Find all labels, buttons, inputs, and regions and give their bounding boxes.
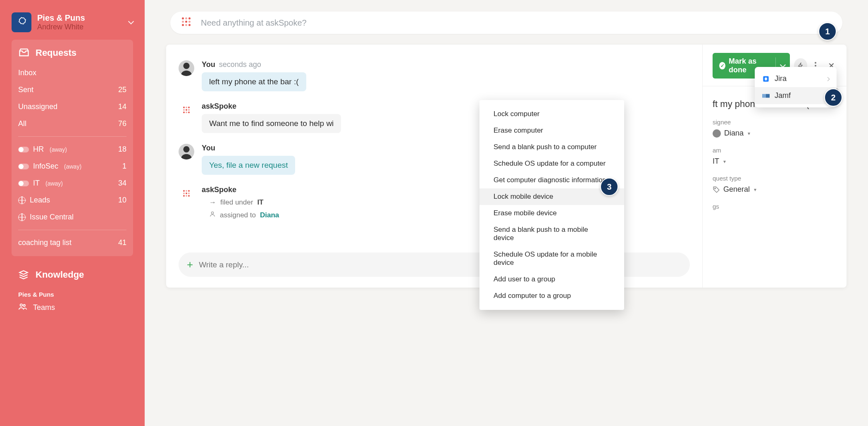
- svg-rect-8: [766, 94, 770, 98]
- type-name: General: [723, 185, 750, 194]
- sidebar-footer-org: Pies & Puns: [18, 291, 126, 298]
- sidebar-team-status: (away): [50, 146, 67, 153]
- tag-icon: [713, 186, 720, 193]
- sidebar-item-count: 25: [118, 86, 126, 94]
- sidebar-team-issue-central[interactable]: Issue Central: [18, 209, 126, 226]
- field-label-tags: gs: [713, 203, 837, 210]
- sidebar-item-count: 14: [118, 102, 126, 111]
- sidebar-item-tag-list[interactable]: coaching tag list 41: [18, 234, 126, 251]
- avatar: [179, 60, 194, 76]
- inbox-icon: [18, 47, 30, 59]
- svg-point-3: [183, 146, 189, 152]
- system-line-label: assigned to: [220, 211, 256, 219]
- action-menu-item[interactable]: Lock computer: [479, 106, 624, 122]
- sidebar-item-unassigned[interactable]: Unassigned 14: [18, 98, 126, 115]
- sidebar-item-count: 76: [118, 119, 126, 128]
- sidebar-item-count: 41: [118, 238, 126, 247]
- action-menu-item[interactable]: Add computer to a group: [479, 288, 624, 304]
- sidebar-team-status: (away): [64, 163, 81, 170]
- check-icon: ✓: [719, 62, 725, 69]
- jamf-icon: [762, 92, 770, 100]
- sidebar-item-sent[interactable]: Sent 25: [18, 81, 126, 98]
- chevron-down-icon: [129, 18, 133, 27]
- sidebar-team-count: 34: [118, 179, 126, 188]
- field-label-type: quest type: [713, 175, 837, 182]
- toggle-icon[interactable]: [18, 147, 29, 152]
- main-content: You seconds ago left my phone at the bar…: [145, 0, 868, 426]
- message-bubble[interactable]: Yes, file a new request: [202, 156, 295, 175]
- svg-point-5: [715, 188, 715, 188]
- plus-icon[interactable]: +: [187, 258, 193, 271]
- avatar-icon: [713, 129, 721, 138]
- svg-point-0: [20, 304, 23, 307]
- sidebar-item-inbox[interactable]: Inbox: [18, 64, 126, 81]
- field-value-team[interactable]: IT ▾: [713, 157, 837, 166]
- sidebar-team-count: 1: [122, 162, 126, 171]
- sidebar-team-leads[interactable]: Leads 10: [18, 192, 126, 209]
- message-author: You: [202, 144, 215, 152]
- integration-item-label: Jamf: [775, 91, 791, 100]
- svg-rect-7: [762, 94, 766, 98]
- callout-badge-2: 2: [824, 88, 842, 107]
- toggle-icon[interactable]: [18, 164, 29, 169]
- avatar: [179, 186, 194, 201]
- sidebar-team-hr[interactable]: HR (away) 18: [18, 141, 126, 158]
- sidebar-team-label: Leads: [30, 196, 50, 205]
- message-time: seconds ago: [219, 60, 261, 69]
- sidebar-team-it[interactable]: IT (away) 34: [18, 175, 126, 192]
- sidebar-knowledge-label: Knowledge: [36, 269, 84, 280]
- globe-icon: [18, 214, 26, 221]
- sidebar-knowledge-link[interactable]: Knowledge: [18, 269, 126, 280]
- sidebar-item-label: Inbox: [18, 69, 36, 77]
- integration-item-jira[interactable]: Jira: [755, 70, 837, 87]
- action-menu-item[interactable]: Schedule OS update for a mobile device: [479, 246, 624, 271]
- toggle-icon[interactable]: [18, 181, 29, 186]
- sidebar-requests-section: Requests Inbox Sent 25 Unassigned 14 All…: [12, 40, 133, 256]
- stack-icon: [18, 269, 29, 280]
- svg-point-4: [211, 212, 213, 214]
- caret-down-icon: ▾: [723, 159, 726, 164]
- field-label-team: am: [713, 147, 837, 154]
- sidebar-team-infosec[interactable]: InfoSec (away) 1: [18, 158, 126, 175]
- integration-item-label: Jira: [775, 74, 787, 83]
- search-input[interactable]: [201, 18, 831, 28]
- message-bubble: Want me to find someone to help wi: [202, 114, 341, 133]
- assignee-name: Diana: [724, 129, 744, 138]
- message: You seconds ago left my phone at the bar…: [166, 57, 702, 99]
- search-bar[interactable]: [170, 12, 842, 34]
- integration-popover: Jira Jamf: [755, 67, 837, 107]
- org-name: Pies & Puns: [37, 13, 85, 23]
- action-menu-item[interactable]: Schedule OS update for a computer: [479, 155, 624, 172]
- sidebar: Pies & Puns Andrew White Requests Inbox …: [0, 0, 145, 426]
- system-line-value[interactable]: Diana: [260, 211, 279, 219]
- action-menu-item[interactable]: Erase mobile device: [479, 205, 624, 221]
- sidebar-item-label: Unassigned: [18, 102, 57, 111]
- sidebar-item-label: Sent: [18, 86, 33, 94]
- sidebar-item-all[interactable]: All 76: [18, 115, 126, 132]
- sidebar-footer-teams-label: Teams: [33, 303, 55, 312]
- globe-icon: [18, 197, 26, 204]
- sidebar-team-label: Issue Central: [30, 213, 74, 221]
- sidebar-team-label: HR: [33, 145, 44, 154]
- field-label-assignee: signee: [713, 119, 837, 126]
- system-line-label: filed under: [220, 198, 253, 207]
- action-menu-item[interactable]: Erase computer: [479, 122, 624, 139]
- field-value-type[interactable]: General ▾: [713, 185, 837, 194]
- sidebar-footer-teams-link[interactable]: Teams: [18, 302, 126, 313]
- action-menu-item[interactable]: Send a blank push to a mobile device: [479, 221, 624, 246]
- divider: [18, 136, 126, 137]
- action-menu-item[interactable]: Add user to a group: [479, 271, 624, 288]
- field-value-assignee[interactable]: Diana ▾: [713, 129, 837, 138]
- system-line-value: IT: [257, 198, 263, 207]
- sidebar-team-count: 10: [118, 196, 126, 205]
- people-icon: [18, 302, 27, 313]
- sidebar-team-label: IT: [33, 179, 40, 188]
- action-menu-item[interactable]: Send a blank push to a computer: [479, 139, 624, 155]
- org-selector[interactable]: Pies & Puns Andrew White: [12, 12, 133, 32]
- caret-down-icon: ▾: [748, 131, 750, 136]
- message-author: askSpoke: [202, 186, 236, 194]
- org-badge-icon: [12, 12, 31, 32]
- message-author: You: [202, 60, 215, 69]
- divider: [18, 230, 126, 230]
- sidebar-item-label: coaching tag list: [18, 238, 72, 247]
